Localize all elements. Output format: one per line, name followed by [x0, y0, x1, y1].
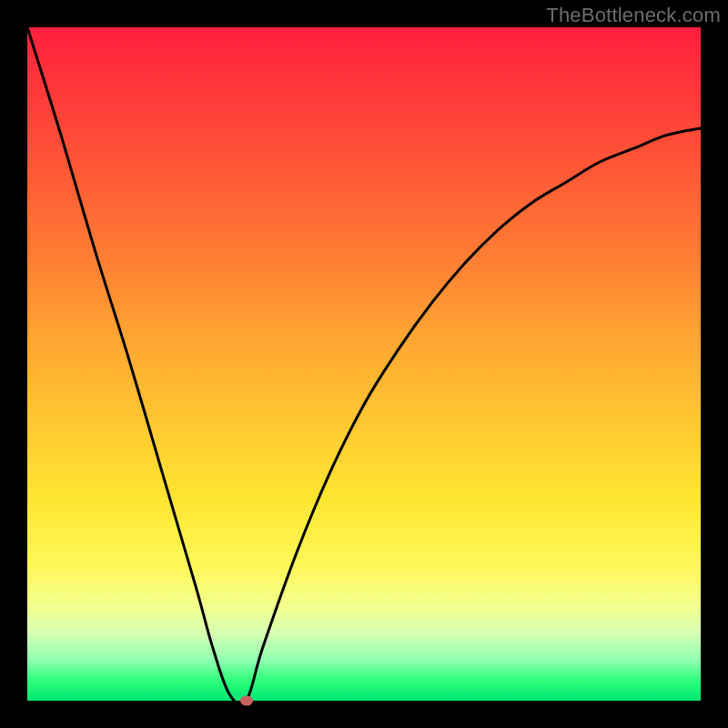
watermark-text: TheBottleneck.com	[546, 4, 721, 27]
plot-area	[27, 27, 701, 701]
chart-frame: TheBottleneck.com	[0, 0, 728, 728]
bottleneck-curve	[27, 27, 701, 705]
optimal-point-marker	[240, 696, 253, 706]
curve-layer	[27, 27, 701, 701]
